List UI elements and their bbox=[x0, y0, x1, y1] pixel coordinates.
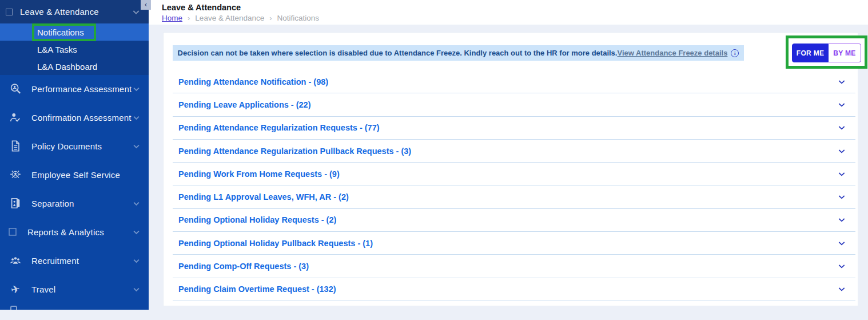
pending-notification-row[interactable]: Pending Attendance Notification - (98) bbox=[173, 70, 855, 93]
breadcrumb-home-link[interactable]: Home bbox=[162, 14, 182, 22]
notification-row-label: Pending Work From Home Requests - (9) bbox=[173, 169, 837, 179]
sidebar-item-separation[interactable]: Separation bbox=[0, 189, 149, 218]
chevron-down-icon[interactable] bbox=[837, 285, 846, 294]
page-header: Leave & Attendance Home › Leave & Attend… bbox=[149, 0, 868, 25]
notification-row-label: Pending Claim Overtime Request - (132) bbox=[173, 285, 837, 294]
sidebar-item-leave-attendance[interactable]: Leave & Attendance bbox=[0, 0, 149, 23]
chevron-down-icon bbox=[132, 199, 141, 208]
notification-row-label: Pending Attendance Notification - (98) bbox=[173, 77, 837, 86]
person-check-icon bbox=[9, 110, 22, 124]
sidebar-item-performance-assessment[interactable]: Performance Assessment bbox=[0, 74, 149, 103]
by-me-button[interactable]: BY ME bbox=[829, 44, 861, 62]
chevron-down-icon[interactable] bbox=[837, 123, 846, 132]
page-title: Leave & Attendance bbox=[162, 3, 868, 12]
attendance-freeze-banner: Decision can not be taken where selectio… bbox=[173, 45, 744, 61]
sidebar-item-travel[interactable]: ✈ Travel bbox=[0, 275, 149, 303]
pending-notification-row[interactable]: Pending Optional Holiday Pullback Reques… bbox=[173, 232, 855, 255]
sidebar-item-label: Separation bbox=[31, 199, 132, 208]
sidebar-item-label: Travel bbox=[31, 285, 132, 294]
annotation-box-toggle: FOR ME BY ME bbox=[786, 35, 867, 69]
sidebar-item-l-a-tasks[interactable]: L&A Tasks bbox=[0, 41, 149, 58]
chevron-down-icon[interactable] bbox=[837, 215, 846, 224]
magnifier-person-icon bbox=[9, 82, 22, 96]
breadcrumb-separator-icon: › bbox=[269, 14, 272, 22]
chevron-down-icon bbox=[132, 142, 141, 151]
pending-notification-row[interactable]: Pending Attendance Regularization Reques… bbox=[173, 117, 855, 140]
sidebar-item-label: Leave & Attendance bbox=[20, 7, 132, 17]
sidebar-item-label: Performance Assessment bbox=[31, 84, 132, 94]
sidebar-item-policy-documents[interactable]: Policy Documents bbox=[0, 132, 149, 160]
pending-notification-row[interactable]: Pending Work From Home Requests - (9) bbox=[173, 163, 855, 185]
sidebar-item-l-a-dashboard[interactable]: L&A Dashboard bbox=[0, 58, 149, 75]
app-window: ‹ Leave & Attendance Notifications L&A T… bbox=[0, 0, 868, 320]
notification-row-label: Pending Comp-Off Requests - (3) bbox=[173, 262, 837, 271]
placeholder-square-icon bbox=[6, 225, 19, 239]
breadcrumb-item: Leave & Attendance bbox=[195, 14, 264, 22]
pending-notification-row[interactable]: Pending Comp-Off Requests - (3) bbox=[173, 255, 855, 278]
sidebar-item-confirmation-assessment[interactable]: Confirmation Assessment bbox=[0, 103, 149, 132]
chevron-down-icon bbox=[132, 256, 141, 265]
sidebar-item-label: Employee Self Service bbox=[31, 170, 132, 180]
chevron-down-icon[interactable] bbox=[837, 169, 846, 179]
view-attendance-freeze-details-link[interactable]: View Attendance Freeze details bbox=[617, 49, 727, 57]
placeholder-square-icon bbox=[6, 9, 13, 15]
sidebar-item-notifications[interactable]: Notifications bbox=[0, 23, 149, 41]
notification-row-label: Pending Leave Applications - (22) bbox=[173, 100, 837, 109]
chevron-down-icon bbox=[132, 285, 141, 294]
notification-row-label: Pending L1 Approval Leaves, WFH, AR - (2… bbox=[173, 192, 837, 202]
sidebar-submenu: Notifications L&A Tasks L&A Dashboard bbox=[0, 23, 149, 75]
sidebar-item-label: Notifications bbox=[37, 27, 84, 37]
chevron-down-icon[interactable] bbox=[837, 239, 846, 248]
chevron-down-icon bbox=[132, 7, 141, 17]
document-icon bbox=[9, 139, 22, 153]
pending-notification-row[interactable]: Pending Optional Holiday Requests - (2) bbox=[173, 209, 855, 232]
for-me-button[interactable]: FOR ME bbox=[792, 44, 829, 62]
sidebar-item-label: L&A Tasks bbox=[37, 45, 77, 54]
people-dots-icon bbox=[9, 168, 22, 181]
sidebar-item-label: L&A Dashboard bbox=[37, 62, 97, 72]
banner-message: Decision can not be taken where selectio… bbox=[178, 49, 618, 57]
chevron-down-icon[interactable] bbox=[837, 77, 846, 86]
for-me-by-me-toggle: FOR ME BY ME bbox=[792, 44, 861, 62]
breadcrumb-item: Notifications bbox=[277, 14, 320, 22]
notifications-card: Decision can not be taken where selectio… bbox=[163, 32, 858, 306]
sidebar-item-recruitment[interactable]: Recruitment bbox=[0, 246, 149, 275]
chevron-down-icon[interactable] bbox=[837, 147, 846, 156]
breadcrumb-separator-icon: › bbox=[188, 14, 190, 22]
pending-notification-row[interactable]: Pending Leave Applications - (22) bbox=[173, 93, 855, 116]
pending-notification-row[interactable]: Pending Attendance Regularization Pullba… bbox=[173, 140, 855, 163]
sidebar-item-label: Policy Documents bbox=[31, 141, 132, 151]
people-group-icon bbox=[9, 254, 22, 267]
chevron-down-icon bbox=[132, 85, 141, 93]
chevron-down-icon bbox=[132, 228, 141, 236]
exit-door-icon bbox=[9, 196, 22, 210]
pending-notification-row[interactable]: Pending Claim Overtime Request - (132) bbox=[173, 278, 855, 301]
notification-row-label: Pending Optional Holiday Pullback Reques… bbox=[173, 239, 837, 248]
sidebar: ‹ Leave & Attendance Notifications L&A T… bbox=[0, 0, 149, 310]
sidebar-item-label: Confirmation Assessment bbox=[31, 113, 132, 123]
notification-row-label: Pending Attendance Regularization Pullba… bbox=[173, 147, 837, 156]
sidebar-item-employee-self-service[interactable]: Employee Self Service bbox=[0, 160, 149, 189]
chevron-down-icon[interactable] bbox=[837, 192, 846, 202]
chevron-down-icon bbox=[132, 113, 141, 122]
sidebar-main-menu: Performance Assessment Confirmation Asse… bbox=[0, 74, 149, 303]
notification-row-label: Pending Attendance Regularization Reques… bbox=[173, 123, 837, 132]
sidebar-item-reports-analytics[interactable]: Reports & Analytics bbox=[0, 218, 149, 246]
notification-row-label: Pending Optional Holiday Requests - (2) bbox=[173, 215, 837, 224]
sidebar-item-label: Reports & Analytics bbox=[27, 227, 132, 237]
sidebar-item-label: Recruitment bbox=[31, 256, 132, 266]
breadcrumb: Home › Leave & Attendance › Notification… bbox=[162, 14, 868, 22]
partial-menu-icon bbox=[10, 306, 18, 310]
chevron-down-icon[interactable] bbox=[837, 100, 846, 109]
sidebar-collapse-button[interactable]: ‹ bbox=[141, 0, 151, 10]
chevron-down-icon[interactable] bbox=[837, 262, 846, 271]
pending-notifications-list: Pending Attendance Notification - (98) P… bbox=[173, 70, 855, 301]
info-icon[interactable]: i bbox=[731, 49, 739, 57]
pending-notification-row[interactable]: Pending L1 Approval Leaves, WFH, AR - (2… bbox=[173, 185, 855, 208]
airplane-icon: ✈ bbox=[9, 282, 22, 296]
